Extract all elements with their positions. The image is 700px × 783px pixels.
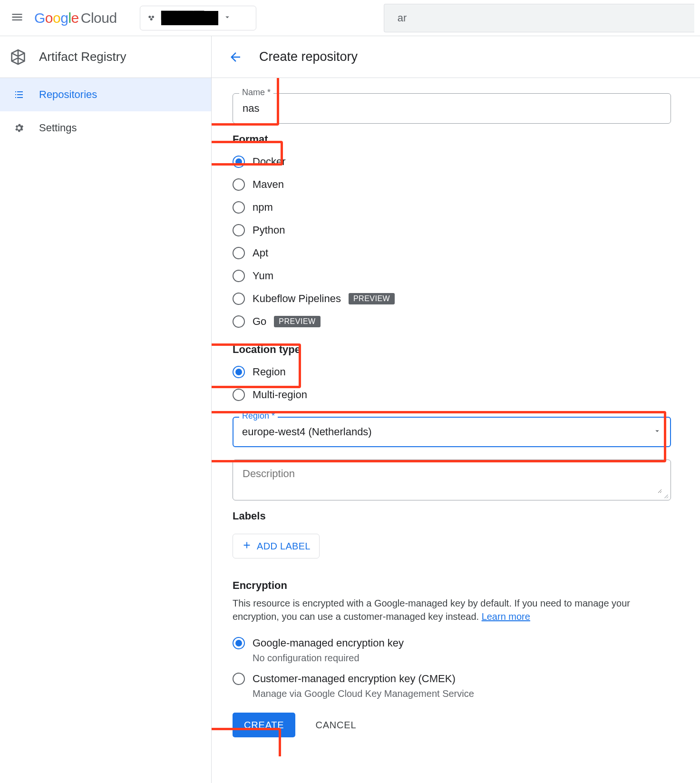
caret-down-icon (653, 427, 661, 437)
project-name: ████████ (161, 11, 218, 25)
radio-label: Yum (253, 270, 273, 282)
main-content: Create repository Name * Format DockerMa… (212, 36, 700, 783)
project-picker[interactable]: ████████ (140, 6, 256, 30)
encryption-desc-text: This resource is encrypted with a Google… (233, 598, 630, 622)
radio-label: Maven (253, 178, 284, 191)
radio-label: Kubeflow Pipelines (253, 293, 341, 305)
region-value: europe-west4 (Netherlands) (242, 426, 653, 438)
form: Name * Format DockerMavennpmPythonAptYum… (212, 78, 700, 756)
name-field-wrapper: Name * (233, 93, 671, 124)
artifact-registry-icon (7, 46, 29, 69)
format-option-yum[interactable]: Yum (233, 264, 679, 287)
logo-google-word: Google (34, 10, 79, 26)
name-outline (233, 93, 671, 124)
svg-point-0 (148, 16, 151, 18)
location-type-label: Location type (233, 343, 679, 356)
format-option-maven[interactable]: Maven (233, 173, 679, 196)
encryption-label: Encryption (233, 579, 679, 592)
page-header: Create repository (212, 36, 700, 78)
top-bar: Google Cloud ████████ ar (0, 0, 700, 36)
format-label: Format (233, 133, 679, 146)
radio-label: Multi-region (253, 389, 307, 401)
radio-icon (233, 178, 245, 191)
region-select[interactable]: europe-west4 (Netherlands) (233, 417, 671, 447)
preview-badge: PREVIEW (349, 293, 395, 304)
radio-label: Docker (253, 156, 286, 168)
radio-icon (233, 637, 245, 649)
encryption-description: This resource is encrypted with a Google… (233, 597, 679, 623)
radio-label: Go (253, 315, 266, 328)
name-input[interactable] (242, 102, 662, 115)
preview-badge: PREVIEW (274, 316, 320, 327)
radio-icon (233, 389, 245, 401)
radio-hint: No configuration required (253, 653, 679, 664)
location-type-option-multi[interactable]: Multi-region (233, 383, 679, 406)
format-option-python[interactable]: Python (233, 219, 679, 242)
gear-icon (12, 121, 26, 135)
encryption-option-cmek[interactable]: Customer-managed encryption key (CMEK) (233, 667, 679, 690)
radio-label: Customer-managed encryption key (CMEK) (253, 673, 456, 685)
description-input[interactable] (242, 467, 662, 493)
sidebar-title: Artifact Registry (39, 49, 126, 64)
project-icon (147, 13, 156, 23)
format-option-docker[interactable]: Docker (233, 150, 679, 173)
radio-label: Apt (253, 247, 268, 259)
plus-icon (242, 540, 252, 553)
arrow-left-icon (228, 50, 243, 64)
button-row: CREATE CANCEL (233, 713, 679, 737)
sidebar-item-settings[interactable]: Settings (0, 111, 211, 145)
radio-label: npm (253, 201, 273, 214)
search-input-value: ar (398, 12, 407, 24)
description-field-wrapper (233, 460, 671, 500)
search-bar[interactable]: ar (384, 4, 694, 32)
format-option-apt[interactable]: Apt (233, 242, 679, 264)
svg-point-2 (150, 18, 152, 20)
location-type-option-region[interactable]: Region (233, 361, 679, 383)
list-icon (12, 88, 26, 101)
back-button[interactable] (228, 49, 243, 65)
add-label-button[interactable]: ADD LABEL (233, 534, 320, 558)
radio-icon (233, 224, 245, 236)
radio-icon (233, 156, 245, 168)
caret-down-icon (223, 13, 232, 23)
logo-cloud-word: Cloud (81, 10, 117, 26)
radio-label: Region (253, 366, 286, 378)
radio-icon (233, 315, 245, 328)
format-option-npm[interactable]: npm (233, 196, 679, 219)
format-option-kubeflow[interactable]: Kubeflow PipelinesPREVIEW (233, 287, 679, 310)
radio-icon (233, 293, 245, 305)
sidebar: Artifact Registry Repositories Settings (0, 36, 212, 783)
google-cloud-logo[interactable]: Google Cloud (34, 10, 117, 26)
labels-label: Labels (233, 510, 679, 522)
radio-label: Python (253, 224, 285, 236)
encryption-option-gm[interactable]: Google-managed encryption key (233, 632, 679, 655)
radio-icon (233, 270, 245, 282)
nav-menu-button[interactable] (6, 7, 29, 29)
sidebar-item-repositories[interactable]: Repositories (0, 78, 211, 111)
learn-more-link[interactable]: Learn more (482, 611, 530, 622)
svg-point-1 (152, 16, 154, 18)
resize-handle-icon (663, 492, 669, 498)
region-field-wrapper: Region * europe-west4 (Netherlands) (233, 417, 671, 447)
description-outline (233, 460, 671, 500)
sidebar-item-label: Settings (39, 122, 77, 134)
hamburger-icon (10, 10, 24, 26)
format-option-go[interactable]: GoPREVIEW (233, 310, 679, 333)
radio-label: Google-managed encryption key (253, 637, 404, 649)
create-button[interactable]: CREATE (233, 713, 295, 737)
page-title: Create repository (259, 49, 358, 64)
add-label-text: ADD LABEL (257, 541, 311, 552)
radio-hint: Manage via Google Cloud Key Management S… (253, 688, 679, 699)
radio-icon (233, 673, 245, 685)
radio-icon (233, 247, 245, 259)
sidebar-item-label: Repositories (39, 88, 97, 101)
radio-icon (233, 366, 245, 378)
cancel-button[interactable]: CANCEL (312, 719, 359, 731)
region-label: Region * (239, 411, 278, 421)
name-label: Name * (239, 88, 273, 98)
sidebar-header: Artifact Registry (0, 36, 211, 78)
radio-icon (233, 201, 245, 214)
